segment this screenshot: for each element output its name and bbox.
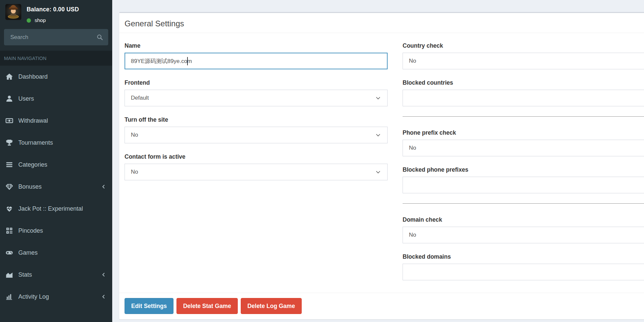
turn-off-site-select-value: No [131,132,138,138]
sidebar-item-label: Dashboard [18,73,48,80]
chevron-left-icon [101,184,106,189]
sidebar-item-stats[interactable]: Stats [0,264,112,286]
form-column-left: Name Frontend Default [125,42,388,190]
section-divider [403,203,644,204]
sidebar-item-activity-log[interactable]: Activity Log [0,286,112,308]
main-content: General Settings Name Frontend Default [112,0,644,322]
sidebar-item-users[interactable]: Users [0,88,112,110]
sidebar-item-label: Withdrawal [18,117,48,124]
nav-section-header: MAIN NAVIGATION [0,51,112,66]
sidebar-item-label: Games [18,249,38,256]
phone-prefix-check-label: Phone prefix check [403,129,644,136]
sidebar-item-label: Pincodes [18,227,43,234]
sidebar-item-bonuses[interactable]: Bonuses [0,176,112,198]
blocked-countries-label: Blocked countries [403,79,644,86]
delete-stat-game-button[interactable]: Delete Stat Game [176,298,238,314]
balance-text: Balance: 0.00 USD [27,6,79,13]
sidebar-item-jackpot[interactable]: Jack Pot :: Experimental [0,198,112,220]
text-cursor [187,57,188,65]
sidebar-item-label: Stats [18,271,32,278]
domain-check-select[interactable]: No [403,227,644,243]
blocked-phone-prefixes-label: Blocked phone prefixes [403,166,644,173]
name-input[interactable] [125,53,388,69]
sidebar-item-pincodes[interactable]: Pincodes [0,220,112,242]
search-button[interactable] [92,29,108,45]
contact-form-label: Contact form is active [125,153,388,160]
general-settings-card: General Settings Name Frontend Default [119,12,644,319]
sidebar-item-categories[interactable]: Categories [0,154,112,176]
sidebar-item-games[interactable]: Games [0,242,112,264]
edit-settings-button[interactable]: Edit Settings [125,298,173,314]
user-icon [5,95,13,103]
chevron-left-icon [101,294,106,299]
delete-log-game-button[interactable]: Delete Log Game [241,298,302,314]
contact-form-select-value: No [131,169,138,175]
frontend-select-value: Default [131,95,149,101]
turn-off-site-label: Turn off the site [125,116,388,123]
main-navigation: Dashboard Users Withdrawal [0,66,112,308]
sidebar-item-label: Categories [18,161,47,168]
area-chart-icon [5,271,13,279]
sidebar-item-label: Tournaments [18,139,53,146]
turn-off-site-select[interactable]: No [125,127,388,143]
sidebar-item-label: Jack Pot :: Experimental [18,205,83,212]
blocked-phone-prefixes-input[interactable] [403,177,644,193]
trophy-icon [5,139,13,147]
domain-check-label: Domain check [403,216,644,223]
blocked-domains-input[interactable] [403,264,644,280]
sidebar-item-label: Bonuses [18,183,42,190]
country-check-label: Country check [403,42,644,49]
name-label: Name [125,42,388,49]
page-title: General Settings [125,19,644,28]
country-check-select-value: No [409,58,416,64]
user-avatar [5,4,21,20]
online-status-icon [27,18,31,23]
diamond-icon [5,183,13,191]
search-icon [97,34,103,41]
sidebar-item-label: Activity Log [18,293,49,300]
bar-chart-icon [5,293,13,301]
sidebar-item-dashboard[interactable]: Dashboard [0,66,112,88]
chevron-left-icon [101,272,106,277]
sidebar-item-withdrawal[interactable]: Withdrawal [0,110,112,132]
blocked-domains-label: Blocked domains [403,253,644,260]
list-icon [5,161,13,169]
frontend-label: Frontend [125,79,388,86]
qrcode-icon [5,227,13,235]
chevron-down-icon [375,169,381,175]
shop-status-label: shop [35,17,46,23]
frontend-select[interactable]: Default [125,90,388,106]
sidebar-item-label: Users [18,95,34,102]
form-column-right: Country check No Blocked countries Phone… [403,42,644,290]
domain-check-select-value: No [409,232,416,238]
gamepad-icon [5,249,13,257]
sidebar: Balance: 0.00 USD shop MAIN NAVIGATION D… [0,0,112,322]
country-check-select[interactable]: No [403,53,644,69]
chevron-down-icon [375,95,381,101]
money-icon [5,117,13,125]
heartbeat-icon [5,205,13,213]
sidebar-item-tournaments[interactable]: Tournaments [0,132,112,154]
user-panel: Balance: 0.00 USD shop [0,0,112,23]
card-footer: Edit Settings Delete Stat Game Delete Lo… [119,293,644,319]
phone-prefix-check-select[interactable]: No [403,140,644,156]
chevron-down-icon [375,132,381,138]
contact-form-select[interactable]: No [125,164,388,180]
blocked-countries-input[interactable] [403,90,644,106]
home-icon [5,73,13,81]
phone-prefix-check-select-value: No [409,145,416,151]
section-divider [403,116,644,117]
